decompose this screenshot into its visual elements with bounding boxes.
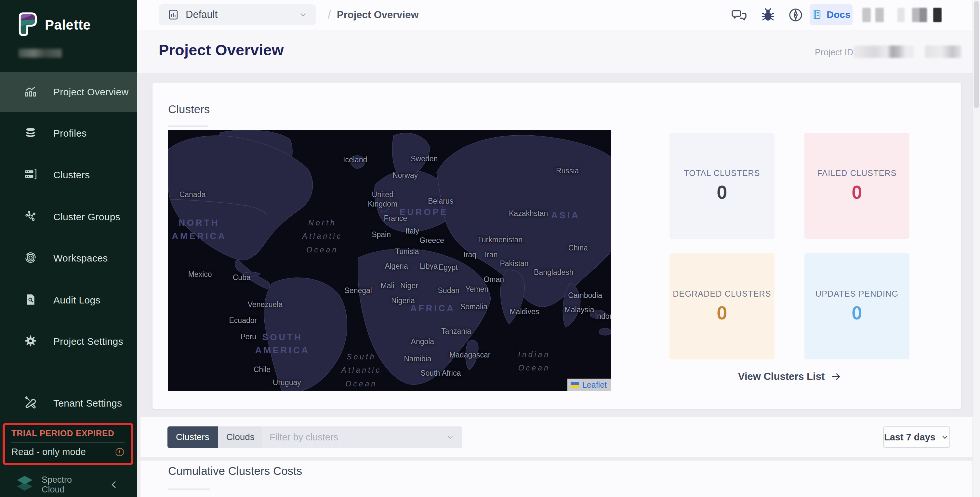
stat-value: 0 bbox=[851, 181, 862, 203]
orbit-icon bbox=[24, 251, 37, 265]
scrollbar-track[interactable] bbox=[972, 0, 980, 497]
map-label: AFRICA bbox=[410, 302, 455, 315]
map-label: Egypt bbox=[439, 263, 458, 272]
network-icon bbox=[24, 210, 37, 224]
map-label: Malaysia bbox=[565, 305, 594, 315]
trial-title: TRIAL PERIOD EXPIRED bbox=[11, 429, 124, 438]
arrow-right-icon bbox=[830, 371, 842, 382]
stat-label: DEGRADED CLUSTERS bbox=[673, 289, 771, 299]
map-label: Spain bbox=[372, 230, 391, 239]
divider bbox=[11, 442, 124, 443]
map-label: EUROPE bbox=[399, 205, 448, 219]
docs-label: Docs bbox=[827, 9, 850, 20]
filter-placeholder: Filter by clusters bbox=[270, 432, 338, 443]
layers-icon bbox=[24, 126, 37, 140]
trial-banner: TRIAL PERIOD EXPIRED Read - only mode bbox=[5, 425, 131, 463]
spectro-cloud-brand: SpectroCloud bbox=[41, 475, 72, 494]
sidebar-collapse-icon[interactable] bbox=[109, 480, 119, 489]
sidebar-item-label: Tenant Settings bbox=[53, 398, 122, 409]
stat-value: 0 bbox=[717, 302, 727, 323]
map-label: Tunisia bbox=[395, 247, 419, 256]
map-label: Madagascar bbox=[449, 350, 491, 360]
map-label: France bbox=[384, 214, 407, 223]
brand: Palette bbox=[18, 11, 91, 39]
map-label: Somalia bbox=[460, 302, 487, 311]
map-label: Angola bbox=[411, 337, 434, 346]
chat-icon[interactable] bbox=[732, 7, 747, 23]
redacted-block bbox=[933, 8, 942, 22]
map-label: Iran bbox=[485, 250, 498, 260]
map-label: Niger bbox=[400, 281, 418, 290]
page-title: Project Overview bbox=[159, 41, 284, 59]
servers-icon bbox=[24, 168, 37, 182]
map-label: Kazakhstan bbox=[509, 209, 548, 218]
chevron-down-icon bbox=[299, 10, 307, 19]
map-label: Peru bbox=[240, 332, 256, 341]
map-label: Russia bbox=[556, 166, 579, 176]
tab-clouds[interactable]: Clouds bbox=[218, 427, 263, 448]
scrollbar-thumb[interactable] bbox=[974, 1, 979, 108]
stat-label: UPDATES PENDING bbox=[816, 289, 898, 299]
trial-banner-annotation: TRIAL PERIOD EXPIRED Read - only mode bbox=[3, 423, 133, 465]
docs-button[interactable]: Docs bbox=[810, 4, 853, 25]
map-label: Chile bbox=[254, 365, 270, 374]
sidebar-item-project-overview[interactable]: Project Overview bbox=[0, 72, 137, 112]
view-clusters-list-link[interactable]: View Clusters List bbox=[670, 371, 910, 382]
sidebar: Palette Project Overview P bbox=[0, 0, 137, 497]
map-label: Senegal bbox=[345, 286, 372, 295]
palette-logo-icon bbox=[18, 11, 38, 39]
map-label: Maldives bbox=[509, 307, 539, 317]
sidebar-item-cluster-groups[interactable]: Cluster Groups bbox=[0, 197, 137, 237]
breadcrumb: Project Overview bbox=[337, 9, 419, 21]
map-label: Yemen bbox=[466, 285, 489, 294]
sidebar-item-label: Audit Logs bbox=[53, 295, 100, 306]
top-bar: Default / Project Overview bbox=[137, 0, 980, 30]
map-label: South Atlantic Ocean bbox=[341, 350, 382, 391]
redacted-block bbox=[875, 8, 884, 22]
map-label: ASIA bbox=[551, 209, 580, 222]
project-selector[interactable]: Default bbox=[159, 4, 316, 25]
world-map[interactable]: IcelandSwedenNorwayRussiaCanadaUnited Ki… bbox=[168, 130, 611, 391]
clusters-card: Clusters bbox=[153, 83, 961, 409]
sidebar-item-project-settings[interactable]: Project Settings bbox=[0, 322, 137, 362]
clusters-card-title: Clusters bbox=[168, 103, 210, 116]
map-label: Mexico bbox=[188, 270, 212, 279]
compass-icon[interactable] bbox=[788, 7, 803, 23]
palette-dashboard: Palette Project Overview P bbox=[0, 0, 980, 497]
sidebar-item-profiles[interactable]: Profiles bbox=[0, 113, 137, 153]
sidebar-item-clusters[interactable]: Clusters bbox=[0, 155, 137, 195]
map-label: Venezuela bbox=[248, 299, 283, 309]
redacted-block bbox=[862, 8, 871, 22]
sidebar-item-audit-logs[interactable]: Audit Logs bbox=[0, 280, 137, 320]
stat-total-clusters: TOTAL CLUSTERS 0 bbox=[670, 133, 775, 239]
chevron-down-icon bbox=[446, 433, 455, 441]
title-underline bbox=[168, 126, 208, 126]
main-area: Default / Project Overview bbox=[137, 0, 980, 497]
map-labels: IcelandSwedenNorwayRussiaCanadaUnited Ki… bbox=[168, 130, 611, 391]
map-label: Cambodia bbox=[568, 291, 602, 300]
sidebar-item-workspaces[interactable]: Workspaces bbox=[0, 239, 137, 278]
gear-icon bbox=[24, 335, 37, 349]
date-range-select[interactable]: Last 7 days bbox=[883, 427, 950, 448]
stat-value: 0 bbox=[851, 302, 862, 323]
map-label: Namibia bbox=[404, 354, 431, 363]
project-id-label: Project ID: bbox=[815, 48, 856, 57]
stat-label: FAILED CLUSTERS bbox=[817, 169, 896, 178]
map-label: Bangladesh bbox=[534, 268, 574, 277]
map-label: Uruguay bbox=[273, 378, 301, 387]
redacted-project-id bbox=[925, 46, 961, 58]
sidebar-item-tenant-settings[interactable]: Tenant Settings bbox=[0, 384, 137, 423]
tab-clusters[interactable]: Clusters bbox=[167, 427, 218, 448]
stat-degraded-clusters: DEGRADED CLUSTERS 0 bbox=[670, 253, 775, 359]
map-label: Indian Ocean bbox=[518, 348, 550, 375]
map-label: Iraq bbox=[463, 250, 476, 260]
map-label: South Africa bbox=[420, 368, 461, 378]
tools-icon bbox=[24, 396, 37, 411]
bug-report-icon[interactable] bbox=[760, 7, 776, 23]
filter-by-clusters-select[interactable]: Filter by clusters bbox=[262, 427, 462, 448]
map-label: Ecuador bbox=[229, 316, 257, 325]
map-label: Pakistan bbox=[500, 259, 528, 268]
map-label: Sudan bbox=[438, 286, 460, 295]
map-label: NORTH AMERICA bbox=[172, 216, 226, 243]
map-attribution[interactable]: Leaflet bbox=[567, 379, 611, 391]
